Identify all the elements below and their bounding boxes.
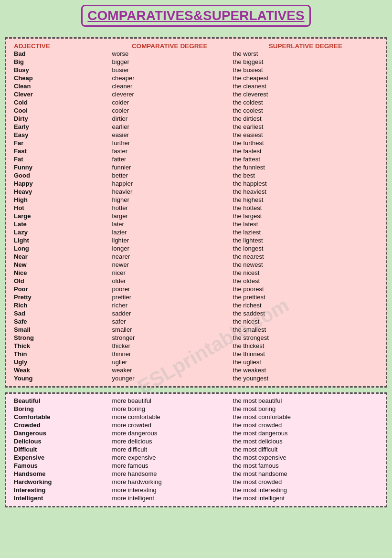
table-row: New newer the newest <box>11 261 381 269</box>
comparative-cell: richer <box>109 301 230 309</box>
comparative-cell: lighter <box>109 236 230 244</box>
comparative-cell: bigger <box>109 58 230 66</box>
adjective-cell: Strong <box>11 334 109 342</box>
table-row: Near nearer the nearest <box>11 253 381 261</box>
adjective-cell: Boring <box>11 405 109 413</box>
comparative-cell: younger <box>109 374 230 382</box>
table-row: Strong stronger the strongest <box>11 334 381 342</box>
superlative-header: SUPERLATIVE DEGREE <box>230 42 381 50</box>
adjective-cell: Dangerous <box>11 429 109 437</box>
superlative-cell: the biggest <box>230 58 381 66</box>
table-row: Sad sadder the saddest <box>11 309 381 317</box>
adjective-cell: Poor <box>11 285 109 293</box>
comparative-cell: funnier <box>109 163 230 171</box>
superlative-cell: the most dangerous <box>230 429 381 437</box>
superlative-cell: the cheapest <box>230 74 381 82</box>
superlative-cell: the most interesting <box>230 486 381 494</box>
comparative-cell: newer <box>109 261 230 269</box>
comparative-cell: heavier <box>109 188 230 196</box>
comparative-cell: more hardworking <box>109 478 230 486</box>
adjective-cell: New <box>11 261 109 269</box>
adjective-cell: Nice <box>11 269 109 277</box>
table-row: Ugly uglier the ugliest <box>11 358 381 366</box>
adjective-cell: Hot <box>11 204 109 212</box>
adjective-header: ADJECTIVE <box>11 42 109 50</box>
comparative-cell: more intelligent <box>109 494 230 502</box>
superlative-cell: the youngest <box>230 374 381 382</box>
table-row: Comfortable more comfortable the most co… <box>11 413 381 421</box>
page-title: COMPARATIVES&SUPERLATIVES <box>81 5 310 27</box>
table-row: Fast faster the fastest <box>11 147 381 155</box>
table-row: Clever cleverer the cleverest <box>11 90 381 98</box>
comparative-cell: stronger <box>109 334 230 342</box>
table-row: Rich richer the richest <box>11 301 381 309</box>
comparative-cell: more beautiful <box>109 397 230 405</box>
table-row: Lazy lazier the laziest <box>11 228 381 236</box>
superlative-cell: the poorest <box>230 285 381 293</box>
superlative-cell: the most expensive <box>230 453 381 462</box>
superlative-cell: the most crowded <box>230 478 381 486</box>
adjective-cell: Late <box>11 220 109 228</box>
comparative-cell: safer <box>109 317 230 326</box>
table-row: Nice nicer the nicest <box>11 269 381 277</box>
table-row: Clean cleaner the cleanest <box>11 82 381 90</box>
comparative-cell: hotter <box>109 204 230 212</box>
comparative-cell: lazier <box>109 228 230 236</box>
superlative-cell: the nearest <box>230 253 381 261</box>
adjective-cell: Rich <box>11 301 109 309</box>
table-row: Handsome more handsome the most handsome <box>11 470 381 478</box>
comparative-cell: more comfortable <box>109 413 230 421</box>
superlative-cell: the prettiest <box>230 293 381 301</box>
adjective-cell: Early <box>11 123 109 131</box>
table-row: Light lighter the lightest <box>11 236 381 244</box>
second-section: Beautiful more beautiful the most beauti… <box>5 392 387 507</box>
comparative-cell: poorer <box>109 285 230 293</box>
adjective-cell: Dirty <box>11 115 109 123</box>
superlative-cell: the weakest <box>230 366 381 374</box>
table-row: Dirty dirtier the dirtiest <box>11 115 381 123</box>
superlative-cell: the hottest <box>230 204 381 212</box>
comparative-cell: prettier <box>109 293 230 301</box>
adjective-cell: Difficult <box>11 445 109 453</box>
table-row: Boring more boring the most boring <box>11 405 381 413</box>
comparative-cell: smaller <box>109 326 230 334</box>
comparative-cell: faster <box>109 147 230 155</box>
table-row: High higher the highest <box>11 196 381 204</box>
superlative-cell: the most boring <box>230 405 381 413</box>
adjective-cell: Beautiful <box>11 397 109 405</box>
superlative-cell: the fattest <box>230 155 381 163</box>
table-row: Poor poorer the poorest <box>11 285 381 293</box>
superlative-cell: the most intelligent <box>230 494 381 502</box>
adjective-cell: Fat <box>11 155 109 163</box>
comparative-cell: worse <box>109 50 230 58</box>
superlative-cell: the most handsome <box>230 470 381 478</box>
superlative-cell: the strongest <box>230 334 381 342</box>
comparative-cell: nearer <box>109 253 230 261</box>
superlative-cell: the most delicious <box>230 437 381 445</box>
superlative-cell: the smallest <box>230 326 381 334</box>
comparative-cell: more dangerous <box>109 429 230 437</box>
superlative-cell: the richest <box>230 301 381 309</box>
adjective-cell: Clever <box>11 90 109 98</box>
comparative-cell: higher <box>109 196 230 204</box>
comparative-cell: later <box>109 220 230 228</box>
table-row: Young younger the youngest <box>11 374 381 382</box>
comparative-cell: older <box>109 277 230 285</box>
adjective-cell: Delicious <box>11 437 109 445</box>
superlative-cell: the best <box>230 171 381 179</box>
comparative-cell: cooler <box>109 106 230 115</box>
table-row: Thick thicker the thickest <box>11 342 381 350</box>
adjective-cell: Long <box>11 244 109 253</box>
table-row: Good better the best <box>11 171 381 179</box>
adjective-cell: Good <box>11 171 109 179</box>
adjective-cell: Comfortable <box>11 413 109 421</box>
table-row: Early earlier the earliest <box>11 123 381 131</box>
adjective-cell: Hardworking <box>11 478 109 486</box>
adjective-cell: Small <box>11 326 109 334</box>
table-row: Famous more famous the most famous <box>11 462 381 470</box>
superlative-cell: the latest <box>230 220 381 228</box>
table-row: Fat fatter the fattest <box>11 155 381 163</box>
comparative-cell: uglier <box>109 358 230 366</box>
table-row: Old older the oldest <box>11 277 381 285</box>
table-row: Long longer the longest <box>11 244 381 253</box>
